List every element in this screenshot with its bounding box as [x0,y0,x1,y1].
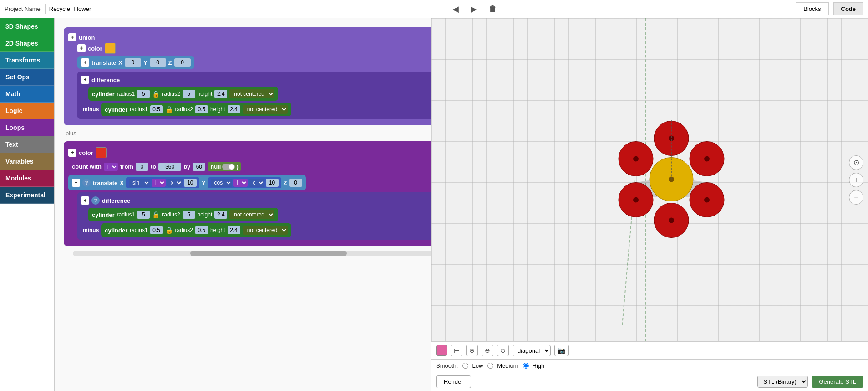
sidebar-item-set-ops[interactable]: Set Ops [0,69,54,86]
union-label: union [79,34,95,41]
cyl-r2-input-1[interactable] [183,90,195,98]
sidebar-item-logic[interactable]: Logic [0,103,54,119]
count-to-label: to [151,163,156,170]
do-x-label: X [120,180,124,186]
color-swatch-yellow[interactable] [105,43,116,54]
diff-expand-btn-2[interactable]: + [81,196,89,205]
cyl-h-input-1[interactable] [214,90,227,98]
viewport-zoom-fit-btn[interactable]: ⊕ [466,345,478,356]
svg-point-5 [704,197,710,202]
cyl-r1-input-4[interactable] [150,226,163,234]
count-by-input[interactable] [193,163,205,171]
cos-var-select[interactable]: i [233,179,248,187]
lock-icon-3[interactable]: 🔒 [152,211,160,218]
sidebar-item-transforms[interactable]: Transforms [0,52,54,69]
do-q-btn[interactable]: ? [82,179,91,187]
hull-toggle[interactable] [222,164,235,170]
translate-expand-btn-1[interactable]: + [81,58,89,67]
sidebar-item-math[interactable]: Math [0,86,54,103]
scrollbar-thumb[interactable] [190,251,347,256]
cyl-centered-select-4[interactable]: not centered centered [243,226,288,235]
diff-q-btn-2[interactable]: ? [91,196,100,205]
color-swatch-red[interactable] [96,147,107,158]
sidebar-item-variables[interactable]: Variables [0,153,54,170]
cyl-centered-select-1[interactable]: not centered centered [229,89,274,98]
cos-op-select[interactable]: x [249,179,264,187]
lock-icon-4[interactable]: 🔒 [165,226,173,234]
hull-close: ) [236,163,238,170]
cyl-r1-input-2[interactable] [150,105,163,113]
topbar: Project Name ◀ ▶ 🗑 Blocks Code [0,0,868,18]
cam-orbit-btn[interactable]: ⊙ [849,155,863,170]
translate-x-input-1[interactable] [125,58,141,67]
render-row: Render STL (Binary) STL (ASCII) OBJ Gene… [431,372,868,391]
stl-format-select[interactable]: STL (Binary) STL (ASCII) OBJ [757,376,808,388]
count-from-input[interactable] [136,163,148,171]
cyl-centered-select-3[interactable]: not centered centered [229,210,274,219]
cyl-centered-select-2[interactable]: not centered centered [243,105,288,114]
viewport-perspective-btn[interactable]: ⊙ [497,345,509,356]
redo-button[interactable]: ▶ [467,2,481,16]
camera-controls: ⊙ + − [849,155,863,205]
canvas-area[interactable]: + union + color + translate X [55,18,431,391]
cyl-h-input-3[interactable] [214,211,227,219]
viewport-axes-btn[interactable]: ⊢ [451,345,462,356]
petal-top-left [619,141,653,176]
cyl-r2-input-3[interactable] [183,211,195,219]
sin-func-select[interactable]: sincos [129,179,150,187]
smooth-high-radio[interactable] [523,363,529,369]
color-expand-btn-1[interactable]: + [77,44,86,52]
translate-block-1: + translate X Y Z [77,56,194,69]
generate-stl-button[interactable]: Generate STL [812,376,863,388]
viewport-view-select[interactable]: diagonal top front side [513,345,551,356]
cos-val-input[interactable] [266,179,279,187]
sidebar-item-text[interactable]: Text [0,136,54,153]
sidebar-item-2d-shapes[interactable]: 2D Shapes [0,35,54,52]
translate-y-input-1[interactable] [150,58,166,67]
translate-z-input-1[interactable] [174,58,191,67]
viewport-color-btn[interactable] [436,345,447,356]
sin-val-input[interactable] [184,179,197,187]
union-expand-btn[interactable]: + [68,33,76,41]
cyl-r1-input-3[interactable] [137,211,150,219]
tab-code[interactable]: Code [833,2,864,15]
tab-blocks[interactable]: Blocks [796,2,828,15]
lock-icon-2[interactable]: 🔒 [165,106,173,113]
delete-button[interactable]: 🗑 [485,2,501,15]
sin-var-select[interactable]: i [152,179,166,187]
cyl-r1-input-1[interactable] [137,90,150,98]
do-z-input[interactable] [289,179,302,187]
viewport-screenshot-btn[interactable]: 📷 [554,345,569,356]
smooth-medium-radio[interactable] [487,363,493,369]
cyl-h-input-4[interactable] [228,226,240,234]
diff-expand-btn-1[interactable]: + [81,76,89,84]
project-name-input[interactable] [45,4,154,14]
cyl-r2-input-2[interactable] [195,105,208,113]
count-var-select[interactable]: i [104,163,118,171]
cyl-h-input-2[interactable] [228,105,240,113]
render-button[interactable]: Render [436,375,471,388]
undo-button[interactable]: ◀ [449,2,462,16]
smooth-low-radio[interactable] [462,363,468,369]
lock-icon-1[interactable]: 🔒 [152,90,160,98]
horizontal-scrollbar[interactable] [73,251,431,256]
petal-bottom-right [690,182,724,217]
viewport-3d-canvas[interactable]: ⊙ + − [431,18,868,341]
sidebar-item-modules[interactable]: Modules [0,170,54,187]
viewport-zoom-out-btn[interactable]: ⊖ [482,345,493,356]
cyl-r1-label-4: radius1 [130,227,147,233]
smooth-high-text: High [533,362,545,369]
do-translate-block: + ? translate X sincos i x Y [68,175,306,190]
sidebar-item-loops[interactable]: Loops [0,119,54,136]
cyl-r2-input-4[interactable] [195,226,208,234]
cylinder-block-2: cylinder radius1 🔒 radius2 height not ce… [101,103,291,116]
count-to-input[interactable] [158,163,181,171]
sidebar-item-3d-shapes[interactable]: 3D Shapes [0,18,54,35]
sin-op-select[interactable]: x [167,179,183,187]
cos-func-select[interactable]: cossin [211,179,232,187]
cam-zoom-out-btn[interactable]: − [849,190,863,205]
sidebar-item-experimental[interactable]: Experimental [0,187,54,204]
do-expand-btn[interactable]: + [72,179,80,187]
cam-zoom-in-btn[interactable]: + [849,173,863,187]
color-expand-btn-2[interactable]: + [68,149,76,157]
